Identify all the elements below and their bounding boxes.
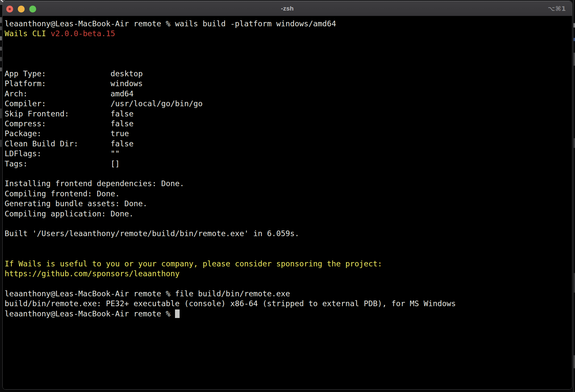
- terminal-line: App Type: desktop: [5, 69, 572, 79]
- terminal-text-segment: App Type: desktop: [5, 69, 143, 78]
- minimize-button[interactable]: [18, 6, 25, 12]
- terminal-text-segment: leaanthony@Leas-MacBook-Air remote % wai…: [5, 19, 336, 28]
- terminal-text-segment: If Wails is useful to you or your compan…: [5, 259, 382, 268]
- terminal-text-segment: LDFlags: "": [5, 149, 120, 158]
- terminal-text-segment: leaanthony@Leas-MacBook-Air remote %: [5, 309, 175, 318]
- background-window-fragment: [0, 36, 2, 40]
- terminal-output[interactable]: leaanthony@Leas-MacBook-Air remote % wai…: [3, 16, 572, 389]
- terminal-line: Installing frontend dependencies: Done.: [5, 179, 572, 188]
- terminal-line: Wails CLI v2.0.0-beta.15: [5, 29, 572, 38]
- background-window-fragment: [0, 57, 2, 61]
- background-window-fragment: [573, 355, 575, 368]
- background-window-fragment: [573, 38, 575, 41]
- background-window-fragment: [0, 47, 2, 51]
- traffic-lights: [6, 6, 36, 12]
- terminal-line: leaanthony@Leas-MacBook-Air remote %: [5, 309, 572, 319]
- terminal-line: leaanthony@Leas-MacBook-Air remote % wai…: [5, 19, 572, 29]
- terminal-line: Compiling frontend: Done.: [5, 189, 572, 199]
- background-window-fragment: [0, 26, 2, 30]
- terminal-line: Tags: []: [5, 159, 572, 169]
- terminal-text-segment: leaanthony@Leas-MacBook-Air remote % fil…: [5, 289, 290, 298]
- terminal-line: [5, 169, 572, 179]
- terminal-line: Clean Build Dir: false: [5, 139, 572, 149]
- terminal-line: LDFlags: "": [5, 149, 572, 159]
- unsaved-indicator-dot: [9, 8, 11, 10]
- close-button[interactable]: [6, 6, 13, 12]
- background-window-fragment: [573, 23, 575, 28]
- terminal-line: Platform: windows: [5, 79, 572, 88]
- background-window-fragment: [573, 138, 575, 148]
- terminal-line: [5, 239, 572, 249]
- background-window-fragment: [0, 17, 2, 23]
- terminal-line: Skip Frontend: false: [5, 109, 572, 119]
- window-shortcut-badge: ⌥⌘1: [548, 1, 566, 16]
- desktop: { "window": { "title": "-zsh", "shortcut…: [0, 0, 575, 392]
- background-window-fragment: [0, 67, 2, 71]
- terminal-cursor: [175, 309, 180, 318]
- terminal-line: Built '/Users/leaanthony/remote/build/bi…: [5, 229, 572, 238]
- terminal-text-segment: Arch: amd64: [5, 89, 134, 98]
- terminal-line: If Wails is useful to you or your compan…: [5, 259, 572, 269]
- terminal-line: [5, 39, 572, 49]
- titlebar[interactable]: -zsh ⌥⌘1: [3, 1, 572, 16]
- terminal-window: -zsh ⌥⌘1 leaanthony@Leas-MacBook-Air rem…: [2, 1, 572, 390]
- terminal-text-segment: Clean Build Dir: false: [5, 139, 134, 148]
- terminal-line: leaanthony@Leas-MacBook-Air remote % fil…: [5, 289, 572, 299]
- zoom-button[interactable]: [29, 6, 36, 12]
- terminal-text-segment: Tags: []: [5, 159, 120, 168]
- terminal-line: Generating bundle assets: Done.: [5, 199, 572, 208]
- terminal-text-segment: Compiling frontend: Done.: [5, 189, 120, 198]
- terminal-text-segment: Wails CLI: [5, 29, 51, 38]
- terminal-text-segment: Package: true: [5, 129, 129, 138]
- background-window-fragment: [573, 53, 575, 66]
- terminal-text-segment: Compress: false: [5, 119, 134, 128]
- terminal-text-segment: Generating bundle assets: Done.: [5, 199, 147, 208]
- background-window-fragment: [573, 273, 575, 293]
- terminal-text-segment: v2.0.0-beta.15: [51, 29, 115, 38]
- terminal-text-segment: https://github.com/sponsors/leaanthony: [5, 269, 180, 278]
- terminal-line: [5, 219, 572, 229]
- terminal-line: Compiling application: Done.: [5, 209, 572, 219]
- terminal-text-segment: build/bin/remote.exe: PE32+ executable (…: [5, 299, 456, 308]
- window-title: -zsh: [281, 5, 294, 12]
- terminal-line: build/bin/remote.exe: PE32+ executable (…: [5, 299, 572, 308]
- terminal-line: [5, 279, 572, 288]
- terminal-text-segment: Installing frontend dependencies: Done.: [5, 179, 184, 188]
- terminal-line: [5, 249, 572, 258]
- background-window-fragment: [0, 109, 2, 118]
- terminal-line: Compiler: /usr/local/go/bin/go: [5, 99, 572, 109]
- terminal-line: Arch: amd64: [5, 89, 572, 99]
- terminal-text-segment: Built '/Users/leaanthony/remote/build/bi…: [5, 229, 299, 238]
- terminal-line: Package: true: [5, 129, 572, 138]
- terminal-line: Compress: false: [5, 119, 572, 129]
- terminal-line: https://github.com/sponsors/leaanthony: [5, 269, 572, 279]
- terminal-text-segment: Platform: windows: [5, 79, 143, 88]
- background-window-fragment: [0, 140, 2, 147]
- terminal-text-segment: Compiling application: Done.: [5, 209, 134, 218]
- terminal-line: [5, 59, 572, 69]
- terminal-line: [5, 49, 572, 59]
- terminal-text-segment: Skip Frontend: false: [5, 109, 134, 118]
- terminal-text-segment: Compiler: /usr/local/go/bin/go: [5, 99, 203, 108]
